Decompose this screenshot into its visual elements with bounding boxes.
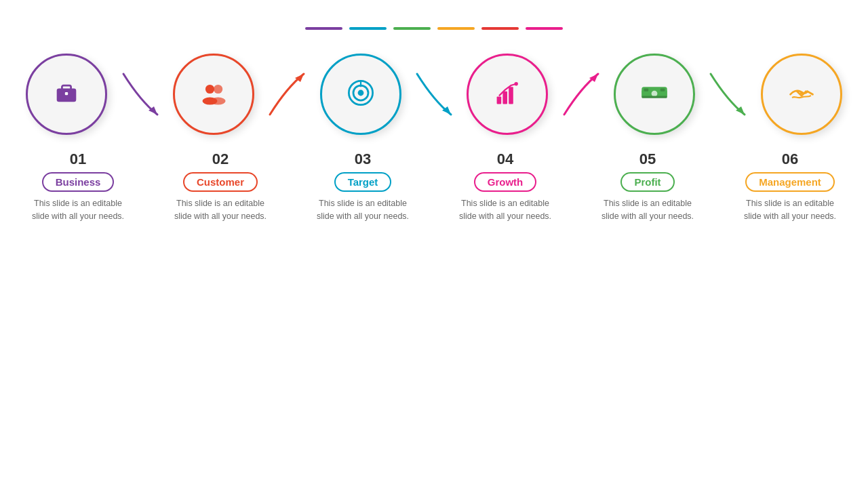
svg-point-17 [515,82,519,86]
title-bar-segment-2 [349,27,387,30]
step-number-2: 02 [212,150,229,168]
svg-rect-16 [509,87,514,104]
circle-1 [26,54,107,135]
step-desc-2: This slide is an editable slide with all… [170,197,271,223]
step-circle-6 [748,50,854,138]
step-circle-2 [161,50,267,138]
step-label-4: 04GrowthThis slide is an editable slide … [454,150,556,223]
title-bar-segment-1 [305,27,342,30]
title-bar-segment-5 [481,27,519,30]
step-badge-2: Customer [183,172,258,192]
svg-point-7 [211,98,226,105]
svg-point-11 [357,90,363,96]
title-bar-segment-3 [393,27,431,30]
icon-profit [639,78,669,110]
step-badge-1: Business [42,172,115,192]
title-bar-segment-4 [437,27,475,30]
icon-customer [199,78,229,110]
infographic-section [14,50,854,138]
step-desc-3: This slide is an editable slide with all… [312,197,414,223]
icon-management [787,78,816,110]
step-desc-6: This slide is an editable slide with all… [739,197,841,223]
step-label-5: 05ProfitThis slide is an editable slide … [597,150,698,223]
label-spacer-3 [414,150,454,223]
step-circle-4 [454,50,561,138]
arrow-1 [120,50,161,138]
step-desc-1: This slide is an editable slide with all… [27,197,129,223]
step-badge-3: Target [334,172,392,192]
circle-4 [467,54,548,135]
icon-growth [492,78,522,110]
circle-2 [173,54,254,135]
svg-rect-15 [503,92,508,104]
arrow-2 [267,50,307,138]
page: 01BusinessThis slide is an editable slid… [0,0,868,488]
step-number-6: 06 [782,150,798,168]
arrow-3 [414,50,454,138]
label-spacer-2 [271,150,312,223]
label-spacer-5 [698,150,739,223]
step-label-6: 06ManagementThis slide is an editable sl… [739,150,841,223]
svg-point-4 [205,85,214,94]
svg-point-5 [214,85,222,94]
label-spacer-1 [129,150,170,223]
circle-3 [320,54,401,135]
step-circle-1 [14,50,120,138]
step-circle-3 [307,50,414,138]
svg-rect-24 [660,88,665,91]
title-bar [305,27,563,30]
arrow-5 [707,50,748,138]
svg-rect-2 [65,92,68,95]
icon-target [346,78,376,110]
step-label-1: 01BusinessThis slide is an editable slid… [27,150,129,223]
step-desc-4: This slide is an editable slide with all… [454,197,556,223]
title-bar-segment-6 [526,27,563,30]
step-number-1: 01 [70,150,86,168]
step-badge-6: Management [745,172,835,192]
circle-6 [761,54,842,135]
svg-rect-23 [644,88,649,91]
step-label-3: 03TargetThis slide is an editable slide … [312,150,414,223]
svg-rect-1 [62,85,71,90]
svg-point-26 [800,92,802,94]
step-number-5: 05 [639,150,656,168]
step-number-4: 04 [497,150,513,168]
step-desc-5: This slide is an editable slide with all… [597,197,698,223]
step-badge-4: Growth [474,172,537,192]
step-label-2: 02CustomerThis slide is an editable slid… [170,150,271,223]
svg-point-21 [652,91,658,97]
svg-rect-14 [497,97,502,104]
step-number-3: 03 [355,150,371,168]
svg-rect-22 [642,96,667,98]
icon-business [52,78,81,110]
step-circle-5 [601,50,708,138]
step-labels-row: 01BusinessThis slide is an editable slid… [14,150,854,223]
label-spacer-4 [556,150,597,223]
circle-5 [614,54,695,135]
arrow-4 [561,50,601,138]
step-badge-5: Profit [620,172,674,192]
